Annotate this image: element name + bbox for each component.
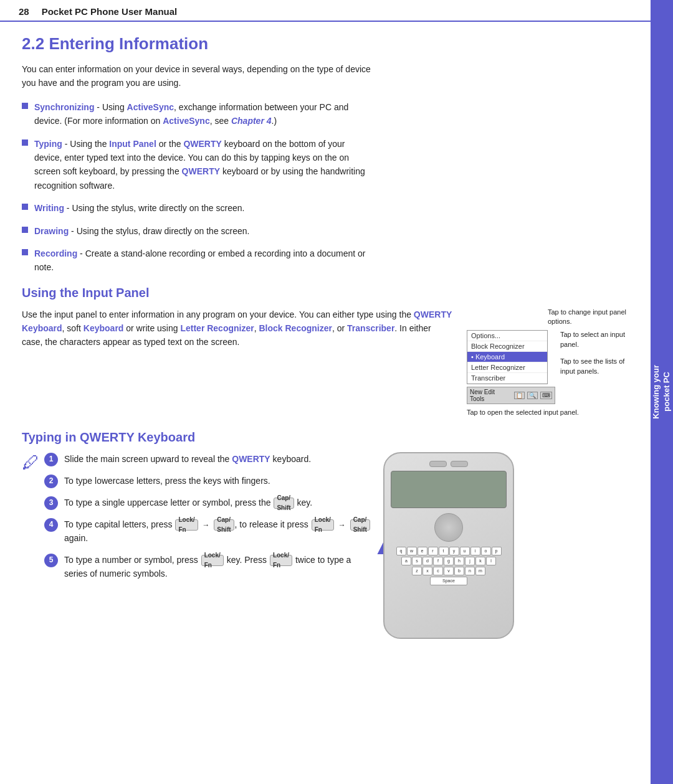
list-item: Recording - Create a stand-alone recordi…: [22, 247, 371, 275]
qwerty-right: ▲: [383, 452, 533, 639]
list-item: Typing - Using the Input Panel or the QW…: [22, 137, 371, 193]
step-number-2: 2: [44, 475, 58, 488]
lock-fn-key2: Lock/Fn: [312, 519, 334, 531]
annotation-3: Tap to see the lists of input panels.: [560, 357, 629, 376]
list-item: Synchronizing - Using ActiveSync, exchan…: [22, 100, 371, 128]
device-button: [451, 461, 468, 467]
page-wrapper: 28 Pocket PC Phone User Manual 2.2 Enter…: [0, 0, 673, 784]
diagram-toolbar: New Edit Tools 📋 🔍 ⌨: [467, 387, 555, 404]
numbered-steps: 1 Slide the main screen upward to reveal…: [44, 452, 371, 588]
device-keyboard: qwertyuiop asdfghjkl zxcvbnm Space: [391, 547, 507, 585]
cap-shift-key3: Cap/Shift: [350, 519, 370, 531]
bullet-icon: [22, 103, 28, 109]
device-screen: [391, 471, 507, 508]
input-panel-title: Using the Input Panel: [22, 286, 629, 300]
step-number-4: 4: [44, 518, 58, 532]
qwerty-section: 🖊 1 Slide the main screen upward to reve…: [22, 452, 629, 639]
cap-shift-key2: Cap/Shift: [214, 519, 234, 531]
step-text-3: To type a single uppercase letter or sym…: [64, 496, 371, 509]
cap-shift-key: Cap/Shift: [274, 498, 294, 509]
list-item: Drawing - Using the stylus, draw directl…: [22, 224, 371, 238]
bullet-text-recording: Recording - Create a stand-alone recordi…: [34, 247, 371, 275]
bullet-text-synchronizing: Synchronizing - Using ActiveSync, exchan…: [34, 100, 371, 128]
device-illustration: qwertyuiop asdfghjkl zxcvbnm Space: [383, 452, 514, 639]
sidebar-tab-text: Knowing yourpocket PC: [651, 365, 672, 419]
menu-item-letter-recognizer: Letter Recognizer: [467, 362, 547, 373]
section-title: 2.2 Entering Information: [22, 34, 629, 54]
menu-item-transcriber: Transcriber: [467, 373, 547, 384]
input-panel-right: Tap to change input panel options. Optio…: [467, 308, 629, 418]
list-item: Writing - Using the stylus, write direct…: [22, 201, 371, 215]
menu-item-keyboard: • Keyboard: [467, 352, 547, 362]
step-4: 4 To type capital letters, press Lock/Fn…: [44, 517, 371, 545]
bullet-icon: [22, 227, 28, 233]
main-content: 28 Pocket PC Phone User Manual 2.2 Enter…: [0, 0, 651, 784]
bullet-icon: [22, 204, 28, 210]
annotation-1: Tap to change input panel options.: [548, 308, 629, 327]
bullet-text-typing: Typing - Using the Input Panel or the QW…: [34, 137, 371, 193]
annotation-tap-open: Tap to open the selected input panel.: [467, 408, 629, 417]
intro-paragraph: You can enter information on your device…: [22, 62, 371, 90]
step-text-4: To type capital letters, press Lock/Fn →…: [64, 517, 371, 545]
step-number-1: 1: [44, 453, 58, 466]
note-row: 🖊 1 Slide the main screen upward to reve…: [22, 452, 371, 595]
step-text-2: To type lowercase letters, press the key…: [64, 474, 371, 488]
lock-fn-key3: Lock/Fn: [201, 555, 224, 566]
bullet-text-drawing: Drawing - Using the stylus, draw directl…: [34, 224, 371, 238]
qwerty-title: Typing in QWERTY Keyboard: [22, 430, 629, 445]
lock-fn-key: Lock/Fn: [175, 519, 198, 531]
page-header: 28 Pocket PC Phone User Manual: [0, 0, 651, 22]
step-3: 3 To type a single uppercase letter or s…: [44, 496, 371, 510]
note-icon: 🖊: [22, 452, 39, 473]
step-1: 1 Slide the main screen upward to reveal…: [44, 452, 371, 466]
lock-fn-key4: Lock/Fn: [270, 555, 292, 566]
step-number-5: 5: [44, 554, 58, 567]
step-2: 2 To type lowercase letters, press the k…: [44, 474, 371, 488]
device-button: [429, 461, 447, 467]
diagram-row: Options... Block Recognizer • Keyboard L…: [467, 330, 629, 404]
step-number-3: 3: [44, 496, 58, 510]
page-title-header: Pocket PC Phone User Manual: [42, 6, 178, 17]
menu-item-options: Options...: [467, 331, 547, 341]
input-panel-text: Use the input panel to enter information…: [22, 308, 454, 349]
bullet-list: Synchronizing - Using ActiveSync, exchan…: [22, 100, 371, 275]
annotation-2: Tap to select an input panel.: [560, 330, 629, 349]
step-text-5: To type a number or symbol, press Lock/F…: [64, 553, 371, 581]
input-panel-left: Use the input panel to enter information…: [22, 308, 454, 418]
input-panel-section: Use the input panel to enter information…: [22, 308, 629, 418]
step-text-1: Slide the main screen upward to reveal t…: [64, 452, 371, 466]
bullet-icon: [22, 139, 28, 146]
step-5: 5 To type a number or symbol, press Lock…: [44, 553, 371, 581]
bullet-text-writing: Writing - Using the stylus, write direct…: [34, 201, 371, 215]
device-space-key: Space: [430, 577, 467, 585]
menu-item-block-recognizer: Block Recognizer: [467, 341, 547, 352]
input-panel-menu: Options... Block Recognizer • Keyboard L…: [467, 330, 548, 384]
diagram-top-annotations: Tap to change input panel options.: [467, 308, 629, 328]
sidebar-tab: Knowing yourpocket PC: [651, 0, 673, 784]
page-number: 28: [19, 6, 29, 17]
bullet-icon: [22, 249, 28, 255]
device-dpad: [434, 513, 463, 542]
qwerty-left: 🖊 1 Slide the main screen upward to reve…: [22, 452, 371, 639]
content-area: 2.2 Entering Information You can enter i…: [0, 22, 651, 651]
